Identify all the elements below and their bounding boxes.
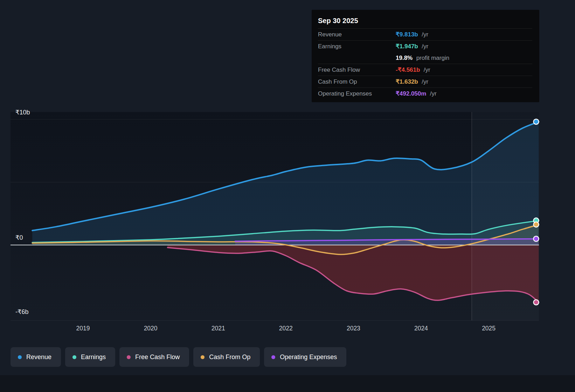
tooltip-row-earnings: Earnings ₹1.947b /yr [318,40,532,52]
tooltip-row-value: ₹492.050m [396,90,426,97]
tooltip-row-suffix: profit margin [416,55,449,61]
chart-tooltip: Sep 30 2025 Revenue ₹9.813b /yr Earnings… [312,10,539,102]
legend-item-cash-from-op[interactable]: Cash From Op [193,347,260,367]
earnings-legend-dot-icon [72,355,76,359]
legend-item-label: Operating Expenses [280,354,337,361]
tooltip-row-label: Revenue [318,31,396,38]
tooltip-row-label: Operating Expenses [318,90,396,97]
x-axis-label-2023: 2023 [347,325,360,332]
tooltip-row-label: Cash From Op [318,78,396,85]
financial-history-chart-module: Sep 30 2025 Revenue ₹9.813b /yr Earnings… [0,0,575,392]
legend-item-free-cash-flow[interactable]: Free Cash Flow [119,347,189,367]
tooltip-row-value: ₹9.813b [396,31,418,38]
x-axis-label-2020: 2020 [144,325,158,332]
tooltip-row-value-wrap: ₹9.813b /yr [396,31,532,38]
tooltip-date: Sep 30 2025 [318,14,532,28]
legend-item-revenue[interactable]: Revenue [11,347,61,367]
tooltip-row-value: ₹1.947b [396,43,418,50]
tooltip-row-label: Free Cash Flow [318,66,396,74]
tooltip-row-free-cash-flow: Free Cash Flow -₹4.561b /yr [318,64,532,76]
tooltip-row-value: ₹1.632b [396,78,418,85]
tooltip-row-revenue: Revenue ₹9.813b /yr [318,28,532,40]
tooltip-row-operating-expenses: Operating Expenses ₹492.050m /yr [318,88,532,99]
legend-item-label: Earnings [81,354,106,361]
free-cash-flow-legend-dot-icon [127,355,131,359]
tooltip-row-suffix: /yr [422,43,428,50]
cash-from-op-legend-dot-icon [201,355,205,359]
tooltip-row-value: -₹4.561b [396,66,420,73]
legend-item-label: Cash From Op [209,354,250,361]
tooltip-row-value-wrap: 19.8% profit margin [396,55,532,62]
revenue-legend-dot-icon [18,355,22,359]
x-axis-label-2024: 2024 [414,325,428,332]
x-axis-label-2022: 2022 [279,325,293,332]
tooltip-row-suffix: /yr [422,31,428,38]
legend-item-label: Revenue [26,354,51,361]
tooltip-row-suffix: /yr [422,78,428,85]
chart-legend: RevenueEarningsFree Cash FlowCash From O… [11,347,346,367]
y-axis-label-10b: ₹10b [15,108,30,116]
tooltip-row-value: 19.8% [396,55,413,61]
y-axis-label-zero: ₹0 [15,234,23,241]
tooltip-row-value-wrap: ₹1.632b /yr [396,78,532,85]
x-axis-labels: 2019202020212022202320242025 [0,325,575,334]
x-axis-label-2025: 2025 [482,325,496,332]
footer-strip [0,375,575,392]
tooltip-row-suffix: /yr [424,66,430,73]
x-axis-label-2021: 2021 [212,325,225,332]
tooltip-row-value-wrap: ₹1.947b /yr [396,43,532,50]
tooltip-row-value-wrap: ₹492.050m /yr [396,90,532,97]
tooltip-row-value-wrap: -₹4.561b /yr [396,66,532,74]
tooltip-row-profit-margin: 19.8% profit margin [318,52,532,64]
tooltip-row-cash-from-op: Cash From Op ₹1.632b /yr [318,76,532,88]
tooltip-rows: Revenue ₹9.813b /yr Earnings ₹1.947b /yr… [318,28,532,99]
legend-item-operating-expenses[interactable]: Operating Expenses [264,347,346,367]
tooltip-row-suffix: /yr [430,90,437,97]
legend-item-label: Free Cash Flow [135,354,180,361]
tooltip-row-label: Earnings [318,43,396,50]
legend-item-earnings[interactable]: Earnings [65,347,115,367]
x-axis-label-2019: 2019 [76,325,90,332]
operating-expenses-legend-dot-icon [271,355,275,359]
y-axis-label-neg-6b: -₹6b [15,308,28,316]
